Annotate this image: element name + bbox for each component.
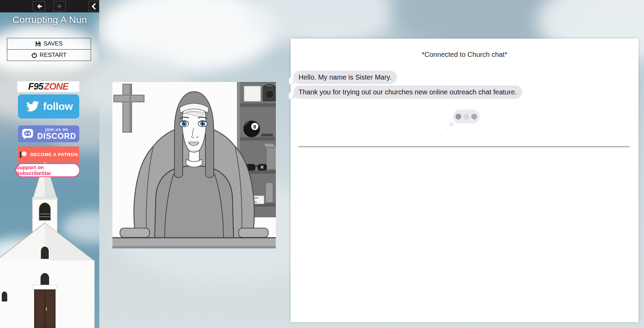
back-button[interactable] [33,1,45,11]
typing-dot [463,114,469,120]
twitter-follow-label: follow [43,101,73,112]
f95zone-link[interactable]: F95ZONE [17,81,79,92]
discord-wordmark: DISCORD [37,132,76,140]
floppy-disk-icon [35,41,41,47]
typing-indicator-bubble [453,110,480,123]
twitter-follow-link[interactable]: follow [18,94,79,119]
game-screen: Corrupting A Nun SAVES RESTART [0,0,644,328]
chat-message-bubble: Thank you for trying out our churches ne… [293,85,522,99]
boombox-icon [263,84,276,101]
typing-dot [455,114,461,120]
patreon-link[interactable]: BECOME A PATRON [18,146,79,163]
collapse-sidebar-button[interactable] [89,1,99,11]
restart-label: RESTART [40,52,67,59]
main-area: 8 [99,0,644,328]
history-nav-bar [0,0,99,12]
patreon-icon [19,151,27,158]
saves-label: SAVES [43,40,62,47]
spray-can [265,180,273,203]
game-title: Corrupting A Nun [0,14,99,25]
f95zone-logo-part1: F95 [28,81,43,92]
svg-text:8: 8 [253,124,256,130]
power-icon [31,52,37,58]
restart-button[interactable]: RESTART [7,49,91,61]
discord-join-label: join us on [45,127,68,132]
typing-indicator [453,110,480,123]
discord-icon [21,127,34,141]
patreon-label: BECOME A PATRON [30,152,78,157]
forward-button[interactable] [53,1,66,11]
chevron-left-icon [91,3,97,10]
church-photo [0,157,99,328]
eight-ball: 8 [243,121,260,137]
chat-panel: *Connected to Church chat* Hello. My nam… [291,39,638,322]
arrow-right-icon [57,3,63,10]
sidebar-menu: SAVES RESTART [7,38,91,61]
subscribestar-label: Support on SubscribeStar [16,164,79,176]
chat-message-bubble: Hello. My name is Sister Mary. [293,71,397,84]
saves-button[interactable]: SAVES [7,38,91,50]
arrow-left-icon [36,3,42,10]
discord-link[interactable]: join us on DISCORD [18,125,79,142]
sidebar: Corrupting A Nun SAVES RESTART [0,0,99,328]
subscribestar-link[interactable]: Support on SubscribeStar [16,163,80,177]
chat-status: *Connected to Church chat* [291,51,638,59]
sky-cloud [99,0,279,72]
twitter-bird-icon [24,100,40,113]
chat-divider [298,146,630,147]
f95zone-logo-part2: ZONE [44,81,68,92]
typing-dot [471,114,477,120]
nun-scene-image: 8 [112,82,276,248]
